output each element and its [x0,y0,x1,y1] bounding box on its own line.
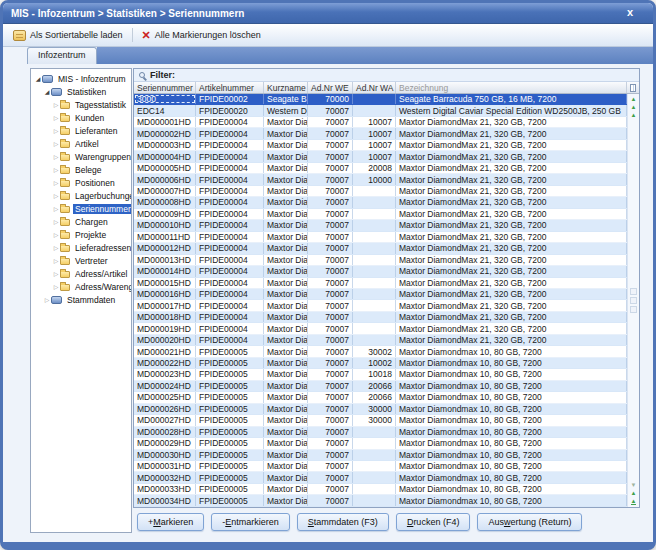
collapsed-arrow-icon[interactable]: ▷ [43,297,51,303]
table-row[interactable]: MD000023HDFPIDE00005Maxtor Dia7000710018… [134,369,627,380]
tree-item-seriennummern[interactable]: ▷Seriennummern [31,202,131,215]
collapsed-arrow-icon[interactable]: ▷ [52,167,60,173]
tree-item-label: Vertreter [73,256,110,266]
table-row[interactable]: MD000032HDFPIDE00005Maxtor Dia70007Maxto… [134,472,627,483]
close-icon[interactable]: x [621,6,645,20]
table-row[interactable]: MD000001HDFPIDE00004Maxtor Dia7000710007… [134,117,627,128]
tree-item-stammdaten[interactable]: ▷Stammdaten [31,293,131,306]
column-header-adnr-wa[interactable]: Ad.Nr WA [353,82,396,93]
table-row[interactable]: MD000008HDFPIDE00004Maxtor Dia70007Maxto… [134,197,627,208]
table-row[interactable]: MD000002HDFPIDE00004Maxtor Dia7000710007… [134,128,627,139]
table-row[interactable]: MD000016HDFPIDE00004Maxtor Dia70007Maxto… [134,289,627,300]
collapsed-arrow-icon[interactable]: ▷ [52,206,60,212]
table-row[interactable]: MD000028HDFPIDE00005Maxtor Dia70007Maxto… [134,427,627,438]
table-row[interactable]: MD000011HDFPIDE00004Maxtor Dia70007Maxto… [134,232,627,243]
tree-item-tagesstatistik[interactable]: ▷Tagesstatistik [31,98,131,111]
magnifier-icon[interactable] [139,72,145,78]
table-row[interactable]: MD000027HDFPIDE00005Maxtor Dia7000730000… [134,415,627,426]
drucken-button[interactable]: Drucken (F4) [396,513,471,531]
load-sort-table-button[interactable]: Als Sortiertabelle laden [9,29,127,42]
collapsed-arrow-icon[interactable]: ▷ [52,232,60,238]
append-row-icon[interactable]: ▲ [631,112,637,118]
table-row[interactable]: MD000009HDFPIDE00004Maxtor Dia70007Maxto… [134,209,627,220]
tree-item-projekte[interactable]: ▷Projekte [31,228,131,241]
column-header-kurzname[interactable]: Kurzname [264,82,308,93]
markieren-button[interactable]: + Markieren [137,513,204,531]
scroll-down-icon[interactable]: ▼ [631,482,637,488]
table-row[interactable]: MD000022HDFPIDE00005Maxtor Dia7000710002… [134,358,627,369]
tree-item-chargen[interactable]: ▷Chargen [31,215,131,228]
collapsed-arrow-icon[interactable]: ▷ [52,284,60,290]
collapsed-arrow-icon[interactable]: ▷ [52,141,60,147]
collapsed-arrow-icon[interactable]: ▷ [52,245,60,251]
tree-item-vertreter[interactable]: ▷Vertreter [31,254,131,267]
auswertung-button[interactable]: Auswertung (Return) [477,513,582,531]
entmarkieren-button[interactable]: - Entmarkieren [211,513,290,531]
table-row[interactable]: MD000010HDFPIDE00004Maxtor Dia70007Maxto… [134,220,627,231]
tree-item-adress-artikel[interactable]: ▷Adress/Artikel [31,267,131,280]
table-row[interactable]: MD000030HDFPIDE00005Maxtor Dia70007Maxto… [134,450,627,461]
go-up-icon[interactable]: ▲ [631,490,637,496]
collapsed-arrow-icon[interactable]: ▷ [52,115,60,121]
table-row[interactable]: MD000025HDFPIDE00005Maxtor Dia7000720066… [134,392,627,403]
column-header-adnr-we[interactable]: Ad.Nr WE [308,82,353,93]
column-header-artikelnummer[interactable]: Artikelnummer [196,82,264,93]
table-row[interactable]: MD000004HDFPIDE00004Maxtor Dia7000710007… [134,151,627,162]
table-row[interactable]: MD000020HDFPIDE00004Maxtor Dia70007Maxto… [134,335,627,346]
table-row[interactable]: MD000005HDFPIDE00004Maxtor Dia7000720008… [134,163,627,174]
scroll-up-icon[interactable]: ▲ [631,96,637,102]
table-row[interactable]: MD000024HDFPIDE00005Maxtor Dia7000720066… [134,381,627,392]
grid-tool-icon[interactable] [630,288,637,295]
table-row[interactable]: MD000034HDFPIDE00005Maxtor Dia70007Maxto… [134,495,627,506]
tree-item-statistiken[interactable]: ◢Statistiken [31,85,131,98]
column-chooser-button[interactable] [627,82,639,93]
tree-item-adress-warengruppen[interactable]: ▷Adress/Warengruppen [31,280,131,293]
table-row[interactable]: MD000026HDFPIDE00005Maxtor Dia7000730000… [134,404,627,415]
tree-item-lieferadressen[interactable]: ▷Lieferadressen [31,241,131,254]
table-row[interactable]: MD000013HDFPIDE00004Maxtor Dia70007Maxto… [134,255,627,266]
expanded-arrow-icon[interactable]: ◢ [43,89,51,95]
tree-item-warengruppen[interactable]: ▷Warengruppen [31,150,131,163]
expanded-arrow-icon[interactable]: ◢ [34,76,42,82]
table-row[interactable]: MD000017HDFPIDE00004Maxtor Dia70007Maxto… [134,300,627,311]
table-row[interactable]: MD000006HDFPIDE00004Maxtor Dia7000710000… [134,174,627,185]
table-row[interactable]: EDC14FPIDE00020Western Di70007Western Di… [134,105,627,116]
table-row[interactable]: MD000029HDFPIDE00005Maxtor Dia70007Maxto… [134,438,627,449]
tree-item-kunden[interactable]: ▷Kunden [31,111,131,124]
grid-search-icon[interactable] [630,297,637,304]
table-row[interactable]: MD000031HDFPIDE00005Maxtor Dia70007Maxto… [134,461,627,472]
go-to-end-icon[interactable]: ▲ [631,498,637,505]
collapsed-arrow-icon[interactable]: ▷ [52,154,60,160]
table-row[interactable]: MD000015HDFPIDE00004Maxtor Dia70007Maxto… [134,278,627,289]
tree-item-belege[interactable]: ▷Belege [31,163,131,176]
tree-item-lagerbuchungen[interactable]: ▷Lagerbuchungen [31,189,131,202]
table-row[interactable]: 3000FPIDE00002Seagate Ba70000Seagate Bar… [134,94,627,105]
column-header-bezeichnung[interactable]: Bezeichnung [396,82,627,93]
stammdaten-button[interactable]: Stammdaten (F3) [297,513,389,531]
table-row[interactable]: MD000019HDFPIDE00004Maxtor Dia70007Maxto… [134,323,627,334]
insert-row-icon[interactable]: ▲ [631,104,637,110]
collapsed-arrow-icon[interactable]: ▷ [52,193,60,199]
table-row[interactable]: MD000012HDFPIDE00004Maxtor Dia70007Maxto… [134,243,627,254]
column-header-seriennummer[interactable]: Seriennummer ▼ [134,82,196,93]
table-row[interactable]: MD000021HDFPIDE00005Maxtor Dia7000730002… [134,346,627,357]
collapsed-arrow-icon[interactable]: ▷ [52,271,60,277]
collapsed-arrow-icon[interactable]: ▷ [52,128,60,134]
tab-infozentrum[interactable]: Infozentrum [27,47,97,64]
collapsed-arrow-icon[interactable]: ▷ [52,102,60,108]
table-row[interactable]: MD000033HDFPIDE00005Maxtor Dia70007Maxto… [134,484,627,495]
tree-item-lieferanten[interactable]: ▷Lieferanten [31,124,131,137]
grid-options-icon[interactable] [630,306,637,313]
collapsed-arrow-icon[interactable]: ▷ [52,258,60,264]
table-row[interactable]: MD000014HDFPIDE00004Maxtor Dia70007Maxto… [134,266,627,277]
table-row[interactable]: MD000018HDFPIDE00004Maxtor Dia70007Maxto… [134,312,627,323]
table-cell [353,209,396,219]
table-row[interactable]: MD000007HDFPIDE00004Maxtor Dia70007Maxto… [134,186,627,197]
tree-item-positionen[interactable]: ▷Positionen [31,176,131,189]
table-row[interactable]: MD000003HDFPIDE00004Maxtor Dia7000710007… [134,140,627,151]
collapsed-arrow-icon[interactable]: ▷ [52,180,60,186]
clear-marks-button[interactable]: ✕ Alle Markierungen löschen [138,29,265,42]
collapsed-arrow-icon[interactable]: ▷ [52,219,60,225]
tree-item-mis-infozentrum[interactable]: ◢MIS - Infozentrum [31,72,131,85]
tree-item-artikel[interactable]: ▷Artikel [31,137,131,150]
